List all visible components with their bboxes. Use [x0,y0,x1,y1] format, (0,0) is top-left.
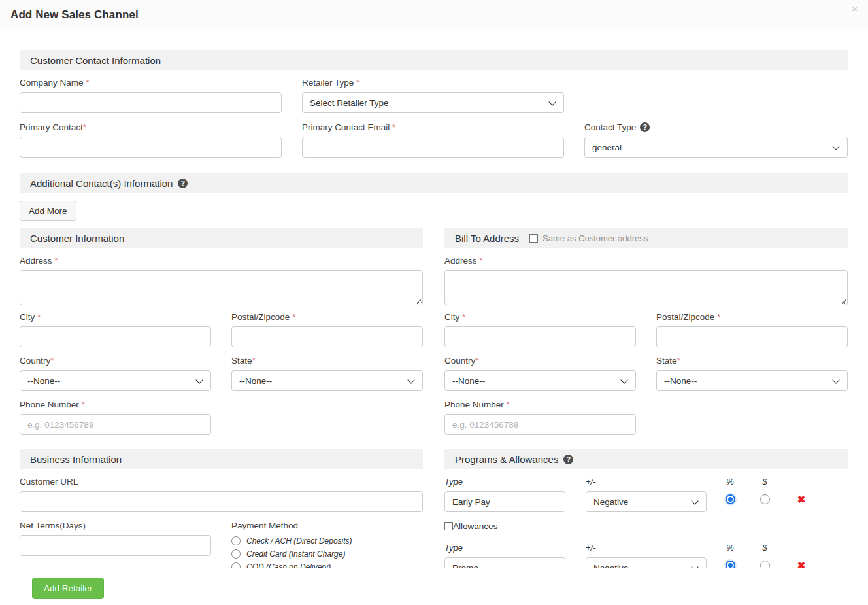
customer-state-value: --None-- [239,376,272,386]
program-dollar-label: $ [753,477,776,487]
program-sign-label: +/- [586,543,707,553]
customer-phone-input[interactable] [20,414,211,435]
add-more-button[interactable]: Add More [20,201,76,221]
field-payment-method: Payment Method Check / ACH (Direct Depos… [231,521,423,572]
customer-city-label: City * [20,312,211,322]
check-ach-radio[interactable] [231,536,241,545]
business-halves: Business Information Customer URL Net Te… [20,449,848,578]
billto-city-label: City * [444,312,636,322]
chevron-down-icon [195,376,203,383]
field-billto-postal: Postal/Zipcode * [656,312,848,347]
field-customer-city: City * [20,312,211,347]
customer-postal-input[interactable] [231,326,423,347]
required-asterisk: * [507,400,510,409]
billto-postal-input[interactable] [656,326,848,347]
required-asterisk: * [86,78,89,88]
customer-address-textarea[interactable] [20,270,423,305]
customer-country-select[interactable]: --None-- [20,370,211,391]
required-asterisk: * [83,122,86,132]
retailer-type-label: Retailer Type * [302,78,564,88]
payment-option-label: Check / ACH (Direct Deposits) [246,536,352,545]
required-asterisk: * [392,122,395,132]
company-name-input[interactable] [20,92,282,113]
required-asterisk: * [677,356,680,366]
billto-city-input[interactable] [444,326,636,347]
section-business-info: Business Information [20,449,423,469]
program-row-1-labels: Type +/- % $ [444,477,848,487]
field-billto-country: Country* --None-- [444,356,636,391]
modal-title: Add New Sales Channel [10,9,139,21]
same-as-checkbox[interactable] [529,234,538,243]
customer-state-select[interactable]: --None-- [231,370,423,391]
delete-program-icon[interactable]: ✖ [797,494,806,504]
program-percent-label: % [718,477,742,487]
same-as-label: Same as Customer address [542,233,648,243]
primary-contact-email-label: Primary Contact Email * [302,122,564,132]
section-title: Customer Information [30,233,124,244]
help-icon[interactable]: ? [563,455,573,464]
chevron-down-icon [620,376,627,383]
primary-contact-input[interactable] [20,137,282,158]
program-percent-radio[interactable] [726,494,735,504]
payment-option-check-ach: Check / ACH (Direct Deposits) [231,536,423,545]
required-asterisk: * [37,312,41,322]
program-sign-label: +/- [586,477,707,487]
billto-country-label: Country* [444,356,636,366]
retailer-type-select[interactable]: Select Retailer Type [302,92,564,113]
net-terms-label: Net Terms(Days) [20,521,211,530]
field-customer-country: Country* --None-- [20,356,211,391]
required-asterisk: * [462,312,465,322]
customer-state-label: State* [231,356,423,366]
billto-state-select[interactable]: --None-- [656,370,848,391]
customer-city-input[interactable] [20,326,211,347]
required-asterisk: * [82,400,85,409]
required-asterisk: * [479,256,482,266]
customer-url-input[interactable] [20,491,423,512]
same-as-customer-address: Same as Customer address [529,233,648,243]
section-title: Additional Contact(s) Information [30,178,173,189]
contact-type-select[interactable]: general [584,137,848,158]
billto-state-label: State* [656,356,848,366]
help-icon[interactable]: ? [640,122,650,132]
billto-state-value: --None-- [664,376,697,386]
payment-method-label: Payment Method [231,521,423,530]
field-billto-state: State* --None-- [656,356,848,391]
customer-country-value: --None-- [27,376,60,386]
billto-address-textarea[interactable] [444,270,848,305]
close-icon[interactable]: × [852,4,858,14]
program-row-1: Negative ✖ [444,491,848,512]
required-asterisk: * [252,356,256,366]
billto-country-value: --None-- [452,376,485,386]
allowances-checkbox[interactable] [444,522,453,530]
required-asterisk: * [356,78,359,88]
billto-country-select[interactable]: --None-- [444,370,636,391]
required-asterisk: * [54,256,58,266]
add-sales-channel-modal: Add New Sales Channel × Customer Contact… [0,0,868,605]
chevron-down-icon [548,98,556,105]
credit-card-radio[interactable] [231,549,241,559]
primary-contact-email-input[interactable] [302,137,564,158]
chevron-down-icon [832,376,839,383]
field-billto-city: City * [444,312,636,347]
modal-footer: Add Retailer [0,568,868,605]
program-type-input[interactable] [444,491,565,512]
net-terms-input[interactable] [20,535,211,556]
contact-row-1: Company Name * Retailer Type * Select Re… [20,78,848,113]
program-type-label: Type [444,477,565,487]
customer-address-label: Address * [20,256,423,266]
program-percent-label: % [718,543,742,553]
billto-phone-input[interactable] [444,414,636,435]
add-retailer-button[interactable]: Add Retailer [32,578,104,599]
retailer-type-value: Select Retailer Type [310,98,389,108]
field-customer-state: State* --None-- [231,356,423,391]
section-customer-info: Customer Information [20,228,423,248]
required-asterisk: * [717,312,720,322]
customer-url-label: Customer URL [20,477,423,487]
program-dollar-radio[interactable] [760,494,770,504]
section-title: Programs & Allowances [455,454,558,465]
billto-phone-label: Phone Number * [444,400,636,409]
bill-to-address-panel: Bill To Address Same as Customer address… [444,228,848,435]
program-sign-select[interactable]: Negative [586,491,707,512]
contact-type-label: Contact Type ? [584,122,848,132]
help-icon[interactable]: ? [178,179,188,188]
